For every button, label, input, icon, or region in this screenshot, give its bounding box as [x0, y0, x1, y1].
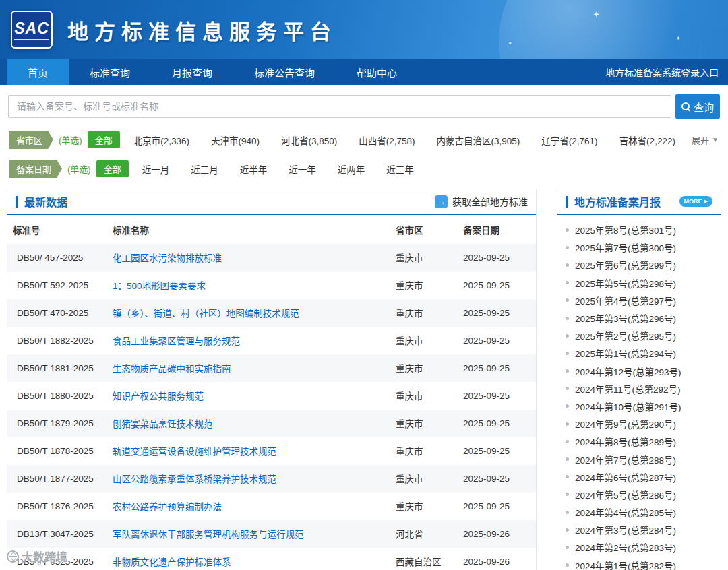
column-header: 备案日期 — [458, 215, 536, 244]
date-option[interactable]: 近一月 — [142, 162, 170, 176]
standard-province: 重庆市 — [390, 437, 458, 465]
bullet-icon — [566, 563, 569, 567]
nav-item[interactable]: 标准公告查询 — [233, 59, 336, 85]
report-link[interactable]: 2025年第3号(总第296号) — [575, 311, 676, 325]
standard-name-link[interactable]: 军队离休退休干部服务管理机构服务与运行规范 — [113, 530, 304, 540]
province-filter-tag: 省市区 — [9, 131, 53, 149]
report-link[interactable]: 2025年第2号(总第295号) — [575, 329, 676, 342]
province-option[interactable]: 内蒙古自治区(3,905) — [437, 133, 520, 147]
content-area: 最新数据 → 获取全部地方标准 标准号 标准名称 省市区 — [0, 183, 728, 570]
standard-name-link[interactable]: 化工园区水污染物排放标准 — [113, 253, 222, 263]
report-link[interactable]: 2024年第1号(总第282号) — [575, 559, 676, 570]
report-link[interactable]: 2025年第1号(总第294号) — [575, 346, 676, 360]
bullet-icon — [566, 475, 569, 478]
panel-title-wrap: 最新数据 — [16, 193, 67, 210]
bullet-icon — [566, 263, 569, 267]
table-row: DB50/T 470-2025 镇（乡）、街道、村（社区）地图编制技术规范 重庆… — [7, 299, 536, 327]
standard-name-link[interactable]: 生态物质产品碳中和实施指南 — [113, 364, 231, 374]
standard-province: 重庆市 — [390, 299, 458, 327]
report-link[interactable]: 2024年第7号(总第288号) — [575, 453, 676, 466]
report-link[interactable]: 2024年第2号(总第283号) — [575, 540, 676, 554]
standard-province: 重庆市 — [390, 272, 458, 299]
standard-code: DB50/ 457-2025 — [7, 244, 107, 272]
table-row: DB50/T 1879-2025 刨猪宴菜品烹饪技术规范 重庆市 2025-09… — [7, 410, 536, 437]
bullet-icon — [566, 298, 569, 302]
standard-name-link[interactable]: 山区公路缆索承重体系桥梁养护技术规范 — [113, 474, 276, 484]
report-link[interactable]: 2025年第5号(总第298号) — [575, 276, 676, 290]
date-option[interactable]: 近两年 — [338, 162, 365, 176]
search-button[interactable]: 查询 — [675, 94, 720, 119]
report-link[interactable]: 2024年第10号(总第291号) — [575, 400, 681, 413]
standard-code: DB50/T 1878-2025 — [7, 437, 107, 465]
report-link[interactable]: 2024年第3号(总第284号) — [575, 523, 676, 536]
report-item: 2024年第5号(总第286号) — [566, 486, 714, 503]
province-filter-row: 省市区 (单选) 全部 北京市(2,336) 天津市(940) 河北省(3,85… — [0, 125, 728, 154]
standard-name-link[interactable]: 镇（乡）、街道、村（社区）地图编制技术规范 — [113, 309, 299, 319]
report-link[interactable]: 2024年第11号(总第292号) — [575, 382, 681, 395]
province-option[interactable]: 辽宁省(2,761) — [541, 133, 597, 147]
nav-item[interactable]: 标准查询 — [69, 59, 151, 85]
date-option[interactable]: 近半年 — [240, 162, 268, 176]
province-option[interactable]: 天津市(940) — [211, 133, 260, 147]
report-list: 2025年第8号(总第301号) 2025年第7号(总第300号) 2025年第… — [557, 215, 721, 570]
bullet-icon — [566, 493, 569, 496]
search-input[interactable] — [8, 95, 671, 118]
report-link[interactable]: 2025年第6号(总第299号) — [575, 258, 676, 272]
expand-link[interactable]: 展开 ▼ — [692, 133, 719, 146]
bullet-icon — [566, 457, 569, 461]
sparkle-icon: ✦ — [508, 40, 512, 46]
standard-code: DB54/T 0525-2025 — [7, 548, 107, 570]
report-link[interactable]: 2024年第12号(总第293号) — [575, 365, 681, 378]
table-row: DB50/T 1880-2025 知识产权公共服务规范 重庆市 2025-09-… — [7, 382, 536, 410]
login-entry-link[interactable]: 地方标准备案系统登录入口 — [605, 59, 719, 85]
standard-name-link[interactable]: 刨猪宴菜品烹饪技术规范 — [113, 419, 213, 429]
report-link[interactable]: 2025年第7号(总第300号) — [575, 241, 676, 254]
report-link[interactable]: 2024年第4号(总第285号) — [575, 505, 676, 519]
standard-province: 重庆市 — [390, 244, 458, 272]
bullet-icon — [566, 387, 569, 390]
latest-data-header: 最新数据 → 获取全部地方标准 — [7, 189, 536, 215]
report-link[interactable]: 2024年第5号(总第286号) — [575, 488, 676, 501]
report-link[interactable]: 2024年第8号(总第289号) — [575, 435, 676, 448]
nav-item[interactable]: 首页 — [7, 59, 69, 85]
date-filter-row: 备案日期 (单选) 全部 近一月 近三月 近半年 近一年 近两年 近三年 — [0, 154, 728, 183]
province-option[interactable]: 山西省(2,758) — [359, 133, 415, 147]
province-option[interactable]: 北京市(2,336) — [133, 133, 189, 147]
standard-name-link[interactable]: 非物质文化遗产保护标准体系 — [113, 557, 231, 567]
report-item: 2025年第8号(总第301号) — [566, 221, 714, 239]
standard-name-link[interactable]: 轨道交通运营设备设施维护管理技术规范 — [113, 447, 276, 457]
report-item: 2025年第2号(总第295号) — [566, 327, 714, 344]
get-all-standards-link[interactable]: → 获取全部地方标准 — [435, 195, 528, 208]
title-accent-bar — [566, 196, 568, 208]
more-button[interactable]: MORE ▶ — [679, 196, 712, 207]
standard-name-link[interactable]: 1：500地形图要素要求 — [113, 281, 206, 291]
standard-name-link[interactable]: 农村公路养护预算编制办法 — [113, 502, 222, 512]
report-link[interactable]: 2024年第6号(总第287号) — [575, 470, 676, 484]
search-icon — [681, 102, 690, 111]
standard-name-link[interactable]: 知识产权公共服务规范 — [113, 391, 204, 402]
report-link[interactable]: 2025年第4号(总第297号) — [575, 294, 676, 307]
province-option[interactable]: 吉林省(2,222) — [619, 133, 675, 147]
bullet-icon — [566, 228, 569, 232]
province-all-button[interactable]: 全部 — [88, 131, 120, 148]
report-item: 2025年第5号(总第298号) — [566, 274, 714, 292]
bullet-icon — [566, 440, 569, 443]
nav-item[interactable]: 帮助中心 — [336, 59, 418, 85]
bullet-icon — [566, 528, 569, 532]
nav-item[interactable]: 月报查询 — [151, 59, 233, 85]
report-link[interactable]: 2025年第8号(总第301号) — [575, 223, 676, 236]
standard-code: DB50/T 1879-2025 — [7, 410, 107, 437]
date-all-button[interactable]: 全部 — [96, 160, 129, 177]
report-item: 2024年第1号(总第282号) — [566, 557, 714, 570]
bullet-icon — [566, 317, 569, 320]
date-option[interactable]: 近三年 — [386, 162, 414, 176]
date-option[interactable]: 近三月 — [191, 162, 218, 176]
report-link[interactable]: 2024年第9号(总第290号) — [575, 417, 676, 431]
standard-name-link[interactable]: 食品工业集聚区管理与服务规范 — [113, 336, 240, 346]
column-header: 省市区 — [390, 215, 458, 244]
province-option[interactable]: 河北省(3,850) — [281, 133, 337, 147]
date-options: 近一月 近三月 近半年 近一年 近两年 近三年 — [142, 162, 435, 176]
standard-date: 2025-09-25 — [458, 327, 536, 354]
report-item: 2024年第7号(总第288号) — [566, 450, 714, 468]
date-option[interactable]: 近一年 — [289, 162, 316, 176]
